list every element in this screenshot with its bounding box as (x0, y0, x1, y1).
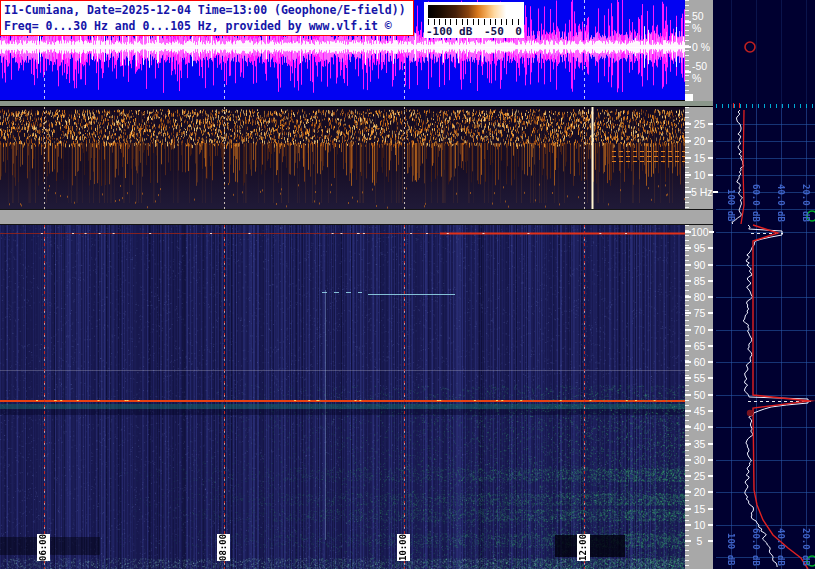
tick-dash-icon (685, 157, 691, 159)
tick-dash-icon (708, 264, 713, 266)
tick-dash-icon (685, 140, 691, 142)
freq-tick-label: 15 (694, 152, 706, 164)
tick-dash-icon (708, 426, 713, 428)
time-axis-label: 10:00 (397, 534, 410, 561)
tick-dash-icon (708, 524, 713, 526)
freq-tick-row: 20 (685, 135, 713, 147)
tick-dash-icon (685, 264, 691, 266)
colorbar-label-mid: -50 (484, 25, 504, 38)
tick-dash-icon (713, 191, 718, 193)
strip-corner-chip (685, 94, 693, 101)
tick-dash-icon (708, 410, 713, 412)
tick-dash-icon (708, 459, 713, 461)
percent-tick: -50 % (685, 65, 713, 79)
freq-tick-label: 70 (694, 324, 706, 336)
tick-dash-icon (708, 140, 713, 142)
tick-dash-icon (708, 157, 713, 159)
tick-dash-icon (708, 491, 713, 493)
tick-dash-icon (685, 377, 691, 379)
freq-tick-label: 45 (694, 405, 706, 417)
tick-dash-icon (685, 443, 691, 445)
time-axis-label: 08:00 (217, 534, 230, 561)
tick-dash-icon (708, 296, 713, 298)
tick-dash-icon (708, 312, 713, 314)
freq-tick-label: 85 (694, 275, 706, 287)
spectrogram-low-canvas (0, 107, 685, 209)
tick-dash-icon (708, 247, 713, 249)
freq-tick-label: 95 (694, 242, 706, 254)
freq-tick-row: 30 (685, 454, 713, 466)
freq-tick-row: 80 (685, 291, 713, 303)
freq-tick-label: 15 (694, 503, 706, 515)
tick-dash-icon (685, 475, 691, 477)
tick-dash-icon (708, 540, 713, 542)
tick-dash-icon (685, 491, 691, 493)
freq-tick-label: 80 (694, 291, 706, 303)
db-axis-label: 60.0 dB (750, 184, 761, 222)
tick-dash-icon (685, 21, 691, 23)
freq-tick-label: 90 (694, 259, 706, 271)
freq-tick-row: 100 (685, 226, 713, 238)
freq-tick-label: 35 (694, 438, 706, 450)
freq-tick-row: 55 (685, 372, 713, 384)
freq-tick-row: 15 (685, 152, 713, 164)
freq-tick-label: 50 (694, 389, 706, 401)
freq-tick-row: 85 (685, 275, 713, 287)
percent-tick-label: 0 % (692, 41, 710, 53)
db-axis-label: 20.0 dB (800, 528, 811, 566)
time-axis-label: 06:00 (37, 534, 50, 561)
station-header-line1: I1-Cumiana, Date=2025-12-04 Time=13:00 (… (4, 2, 410, 18)
freq-tick-row: 90 (685, 259, 713, 271)
freq-tick-row: 15 (685, 503, 713, 515)
freq-tick-label: 40 (694, 421, 706, 433)
tick-dash-icon (708, 508, 713, 510)
tick-dash-icon (685, 296, 691, 298)
tick-dash-icon (685, 540, 691, 542)
tick-dash-icon (685, 174, 691, 176)
freq-tick-row: 5 (685, 535, 713, 547)
freq-tick-label: 5 Hz (691, 186, 713, 198)
tick-dash-icon (708, 345, 713, 347)
tick-dash-icon (685, 394, 691, 396)
freq-tick-row: 65 (685, 340, 713, 352)
freq-tick-row: 70 (685, 324, 713, 336)
freq-tick-row: 40 (685, 421, 713, 433)
vlf-monitoring-screenshot: 50 % 0 % -50 % 252015105 Hz 100959085807… (0, 0, 815, 569)
freq-tick-label: 25 (694, 470, 706, 482)
freq-tick-row: 10 (685, 519, 713, 531)
tick-dash-icon (685, 280, 691, 282)
tick-dash-icon (708, 280, 713, 282)
freq-tick-label: 100 (691, 226, 709, 238)
freq-tick-label: 10 (694, 169, 706, 181)
freq-tick-row: 95 (685, 242, 713, 254)
time-axis-label: 12:00 (577, 534, 590, 561)
tick-dash-icon (708, 443, 713, 445)
db-axis-label: 40.0 dB (775, 528, 786, 566)
freq-tick-label: 30 (694, 454, 706, 466)
colorbar-gradient-icon (428, 5, 520, 18)
percent-tick: 50 % (685, 15, 713, 29)
db-axis-label: 40.0 dB (775, 184, 786, 222)
tick-dash-icon (708, 123, 713, 125)
tick-dash-icon (685, 46, 691, 48)
percent-tick-label: -50 % (692, 60, 713, 84)
tick-dash-icon (685, 459, 691, 461)
panel-divider (0, 209, 713, 225)
tick-dash-icon (685, 247, 691, 249)
db-axis-label: 100 dB (725, 189, 736, 222)
tick-dash-icon (708, 174, 713, 176)
freq-tick-row: 20 (685, 486, 713, 498)
freq-tick-label: 5 (697, 535, 703, 547)
tick-dash-icon (685, 71, 691, 73)
freq-tick-row: 60 (685, 356, 713, 368)
colorbar-label-max: 0 (515, 25, 522, 38)
freq-tick-label: 25 (694, 118, 706, 130)
station-header: I1-Cumiana, Date=2025-12-04 Time=13:00 (… (0, 0, 414, 36)
tick-dash-icon (685, 361, 691, 363)
waveform-axis-strip: 50 % 0 % -50 % (685, 0, 713, 101)
freq-tick-row: 35 (685, 438, 713, 450)
freq-tick-row: 5 Hz (685, 186, 713, 198)
freq-tick-label: 10 (694, 519, 706, 531)
tick-dash-icon (708, 329, 713, 331)
freq-tick-row: 25 (685, 118, 713, 130)
